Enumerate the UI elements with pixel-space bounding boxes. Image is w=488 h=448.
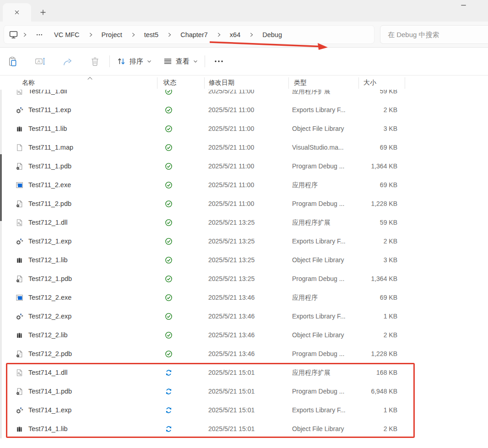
synced-status-icon [165, 162, 173, 170]
column-header-type[interactable]: 类型 [294, 79, 307, 87]
synced-status-icon [165, 200, 173, 208]
sort-ascending-caret-icon [87, 76, 93, 81]
file-date-modified: 2025/5/21 13:25 [208, 232, 255, 251]
file-name[interactable]: Test711_1.pdb [28, 157, 71, 176]
file-name[interactable]: Test712_2.exe [28, 288, 71, 307]
file-name[interactable]: Test714_1.dll [28, 363, 67, 382]
minimize-button[interactable] [460, 2, 470, 10]
file-date-modified: 2025/5/21 11:00 [208, 90, 254, 101]
file-type: 应用程序扩展 [292, 363, 331, 382]
file-row[interactable]: Test711_2.exe2025/5/21 11:00应用程序69 KB [0, 176, 488, 194]
more-options-button[interactable] [213, 48, 224, 75]
file-row[interactable]: Test712_2.exe2025/5/21 13:46应用程序69 KB [0, 288, 488, 307]
paste-button[interactable] [7, 48, 18, 75]
file-row[interactable]: Test711_1.dll2025/5/21 11:00应用程序扩展59 KB [0, 90, 488, 101]
column-separator[interactable] [157, 77, 157, 89]
file-name[interactable]: Test714_1.lib [28, 420, 67, 438]
tab-bar [0, 0, 488, 22]
file-row[interactable]: Test712_1.lib2025/5/21 13:25Object File … [0, 251, 488, 270]
left-scrollbar-thumb[interactable] [0, 154, 2, 221]
file-name[interactable]: Test714_1.pdb [28, 382, 72, 401]
address-bar[interactable]: VC MFCProjecttest5Chapter7x64Debug [4, 25, 374, 44]
file-type: Object File Library [292, 251, 344, 270]
file-row[interactable]: Test712_2.lib2025/5/21 13:46Object File … [0, 326, 488, 345]
file-type: Program Debug ... [292, 382, 344, 401]
breadcrumb-item-vc-mfc[interactable]: VC MFC [49, 29, 84, 40]
file-row[interactable]: Test711_1.map2025/5/21 11:00VisualStudio… [0, 138, 488, 157]
file-name[interactable]: Test711_1.dll [28, 90, 67, 101]
file-date-modified: 2025/5/21 15:01 [208, 420, 255, 438]
file-row[interactable]: Test712_2.exp2025/5/21 13:46Exports Libr… [0, 307, 488, 326]
file-name[interactable]: Test711_2.exe [28, 176, 71, 194]
file-size: 1 KB [384, 307, 397, 326]
breadcrumb-item-x64[interactable]: x64 [225, 29, 245, 40]
file-name[interactable]: Test712_2.exp [28, 307, 71, 326]
file-row[interactable]: Test712_2.pdb2025/5/21 13:46Program Debu… [0, 345, 488, 363]
file-size: 1,228 KB [371, 345, 397, 363]
file-name[interactable]: Test712_1.pdb [28, 270, 72, 288]
exp-file-icon [16, 313, 23, 320]
explorer-tab[interactable] [3, 3, 31, 22]
file-row[interactable]: Test714_1.exp2025/5/21 15:01Exports Libr… [0, 401, 488, 420]
file-name[interactable]: Test712_1.lib [28, 251, 67, 270]
share-button[interactable] [62, 48, 73, 75]
column-header-name[interactable]: 名称 [22, 79, 35, 87]
file-name[interactable]: Test711_1.exp [28, 101, 71, 119]
file-size: 69 KB [380, 176, 397, 194]
file-name[interactable]: Test712_1.dll [28, 213, 67, 232]
dll-file-icon [16, 219, 23, 227]
sort-arrows-icon [116, 56, 126, 66]
synced-status-icon [165, 237, 173, 245]
sort-button[interactable]: 排序 [116, 48, 152, 75]
file-row[interactable]: Test712_1.exp2025/5/21 13:25Exports Libr… [0, 232, 488, 251]
file-row[interactable]: Test714_1.pdb2025/5/21 15:01Program Debu… [0, 382, 488, 401]
rename-button[interactable]: A [35, 48, 46, 75]
breadcrumb-item-test5[interactable]: test5 [140, 29, 163, 40]
file-date-modified: 2025/5/21 11:00 [208, 176, 254, 194]
file-name[interactable]: Test711_1.lib [28, 119, 67, 138]
breadcrumb-item-chapter7[interactable]: Chapter7 [176, 29, 212, 40]
file-name[interactable]: Test712_2.lib [28, 326, 67, 345]
column-separator[interactable] [405, 77, 405, 89]
exe-file-icon [16, 294, 23, 302]
breadcrumb-ellipsis[interactable] [31, 29, 48, 40]
column-separator[interactable] [204, 77, 205, 89]
file-type: Object File Library [292, 119, 344, 138]
file-name[interactable]: Test712_1.exp [28, 232, 71, 251]
column-header-status[interactable]: 状态 [163, 79, 176, 87]
file-type: Program Debug ... [292, 157, 344, 176]
synced-status-icon [165, 219, 173, 227]
column-separator[interactable] [288, 77, 289, 89]
tab-close-icon[interactable] [14, 9, 20, 16]
pdb-file-icon [16, 200, 23, 208]
file-row[interactable]: Test714_1.dll2025/5/21 15:01应用程序扩展168 KB [0, 363, 488, 382]
file-type: VisualStudio.ma... [292, 138, 344, 157]
synced-status-icon [165, 256, 173, 264]
file-name[interactable]: Test711_1.map [28, 138, 73, 157]
view-button[interactable]: 查看 [163, 48, 198, 75]
chevron-down-icon [146, 59, 152, 64]
file-row[interactable]: Test712_1.dll2025/5/21 13:25应用程序扩展59 KB [0, 213, 488, 232]
column-header-date[interactable]: 修改日期 [209, 79, 234, 87]
syncing-status-icon [165, 388, 173, 395]
breadcrumb-item-project[interactable]: Project [97, 29, 127, 40]
new-tab-button[interactable] [39, 9, 48, 17]
pdb-file-icon [16, 350, 23, 358]
file-date-modified: 2025/5/21 13:46 [208, 288, 255, 307]
file-row[interactable]: Test711_1.lib2025/5/21 11:00Object File … [0, 119, 488, 138]
delete-button[interactable] [90, 48, 100, 75]
file-row[interactable]: Test711_1.exp2025/5/21 11:00Exports Libr… [0, 101, 488, 119]
this-pc-icon[interactable] [9, 30, 18, 39]
file-row[interactable]: Test712_1.pdb2025/5/21 13:25Program Debu… [0, 270, 488, 288]
breadcrumb-chevron-icon [247, 32, 256, 38]
column-header-size[interactable]: 大小 [363, 79, 376, 87]
file-name[interactable]: Test712_2.pdb [28, 345, 72, 363]
file-row[interactable]: Test711_2.pdb2025/5/21 11:00Program Debu… [0, 194, 488, 213]
breadcrumb-item-debug[interactable]: Debug [258, 29, 287, 40]
file-row[interactable]: Test714_1.lib2025/5/21 15:01Object File … [0, 420, 488, 438]
file-row[interactable]: Test711_1.pdb2025/5/21 11:00Program Debu… [0, 157, 488, 176]
search-input[interactable] [380, 25, 488, 44]
column-separator[interactable] [358, 77, 359, 89]
file-name[interactable]: Test711_2.pdb [28, 194, 71, 213]
file-name[interactable]: Test714_1.exp [28, 401, 71, 420]
